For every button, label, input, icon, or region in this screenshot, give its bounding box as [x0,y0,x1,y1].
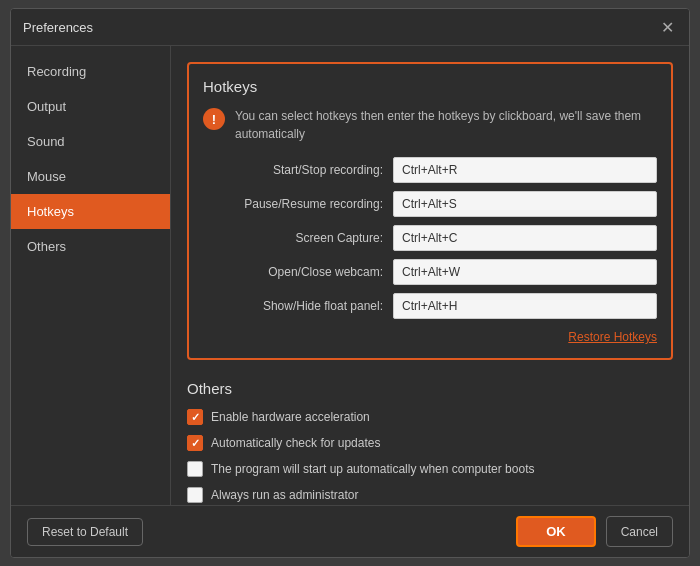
dialog-title: Preferences [23,20,93,35]
hotkeys-info-box: ! You can select hotkeys then enter the … [203,107,657,143]
hotkey-label-screen-capture: Screen Capture: [203,231,393,245]
hotkey-row-float-panel: Show/Hide float panel: [203,293,657,319]
checkbox-hardware[interactable]: ✓ [187,409,203,425]
cancel-button[interactable]: Cancel [606,516,673,547]
hotkey-input-webcam[interactable] [393,259,657,285]
hotkeys-section-title: Hotkeys [203,78,657,95]
footer-right: OK Cancel [516,516,673,547]
hotkey-row-screen-capture: Screen Capture: [203,225,657,251]
close-button[interactable]: ✕ [657,17,677,37]
checkbox-row-startup: The program will start up automatically … [187,461,673,477]
titlebar: Preferences ✕ [11,9,689,46]
checkbox-row-hardware: ✓ Enable hardware acceleration [187,409,673,425]
ok-button[interactable]: OK [516,516,596,547]
main-content: Hotkeys ! You can select hotkeys then en… [171,46,689,505]
reset-to-default-button[interactable]: Reset to Default [27,518,143,546]
hotkey-input-float-panel[interactable] [393,293,657,319]
checkbox-label-updates: Automatically check for updates [211,436,380,450]
hotkey-label-pause-resume: Pause/Resume recording: [203,197,393,211]
restore-hotkeys-link[interactable]: Restore Hotkeys [568,330,657,344]
sidebar: Recording Output Sound Mouse Hotkeys Oth… [11,46,171,505]
hotkey-label-start-stop: Start/Stop recording: [203,163,393,177]
hotkey-input-pause-resume[interactable] [393,191,657,217]
sidebar-item-sound[interactable]: Sound [11,124,170,159]
sidebar-item-output[interactable]: Output [11,89,170,124]
checkbox-row-admin: Always run as administrator [187,487,673,503]
hotkey-label-float-panel: Show/Hide float panel: [203,299,393,313]
checkbox-updates[interactable]: ✓ [187,435,203,451]
check-icon-updates: ✓ [191,437,200,450]
sidebar-item-mouse[interactable]: Mouse [11,159,170,194]
others-section: Others ✓ Enable hardware acceleration ✓ … [187,376,673,505]
sidebar-item-recording[interactable]: Recording [11,54,170,89]
hotkeys-info-text: You can select hotkeys then enter the ho… [235,107,657,143]
hotkey-label-webcam: Open/Close webcam: [203,265,393,279]
check-icon-hardware: ✓ [191,411,200,424]
restore-link-container: Restore Hotkeys [203,329,657,344]
hotkey-input-screen-capture[interactable] [393,225,657,251]
preferences-dialog: Preferences ✕ Recording Output Sound Mou… [10,8,690,558]
checkbox-label-hardware: Enable hardware acceleration [211,410,370,424]
hotkeys-section: Hotkeys ! You can select hotkeys then en… [187,62,673,360]
checkbox-row-updates: ✓ Automatically check for updates [187,435,673,451]
checkbox-admin[interactable] [187,487,203,503]
sidebar-item-hotkeys[interactable]: Hotkeys [11,194,170,229]
checkbox-label-admin: Always run as administrator [211,488,358,502]
footer: Reset to Default OK Cancel [11,505,689,557]
hotkey-input-start-stop[interactable] [393,157,657,183]
others-section-title: Others [187,380,673,397]
hotkey-row-start-stop: Start/Stop recording: [203,157,657,183]
info-icon: ! [203,108,225,130]
checkbox-label-startup: The program will start up automatically … [211,462,534,476]
hotkey-row-webcam: Open/Close webcam: [203,259,657,285]
dialog-body: Recording Output Sound Mouse Hotkeys Oth… [11,46,689,505]
checkbox-startup[interactable] [187,461,203,477]
footer-left: Reset to Default [27,518,143,546]
sidebar-item-others[interactable]: Others [11,229,170,264]
hotkey-row-pause-resume: Pause/Resume recording: [203,191,657,217]
